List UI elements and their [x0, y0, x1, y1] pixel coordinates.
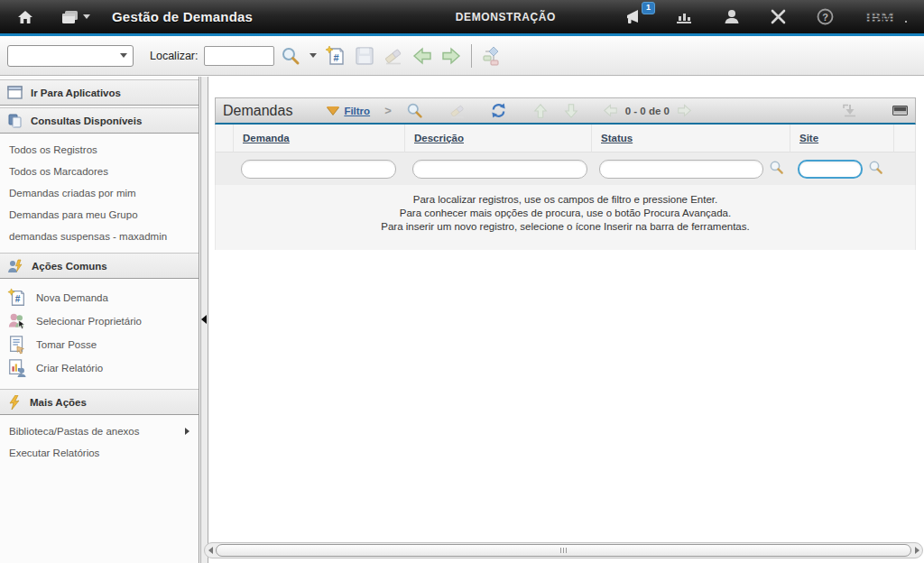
sidebar-header-more-actions[interactable]: Mais Ações — [0, 389, 199, 415]
table-column-headers: Demanda Descrição Status Site — [215, 125, 916, 152]
horizontal-scrollbar[interactable] — [204, 542, 923, 558]
action-run-reports[interactable]: Executar Relatórios — [0, 442, 199, 464]
filter-input-site[interactable] — [798, 160, 863, 179]
svg-text:IBM: IBM — [865, 9, 894, 24]
svg-text:#: # — [333, 51, 338, 62]
bar-chart-icon — [675, 10, 693, 24]
clear-filter-button[interactable] — [448, 103, 467, 119]
table-titlebar: Demandas Filtro > — [215, 97, 916, 125]
column-header-filler — [894, 125, 915, 152]
filter-collapse-icon — [327, 106, 339, 115]
main-toolbar: Localizar: # — [0, 36, 924, 76]
query-item-for-my-group[interactable]: Demandas para meu Grupo — [0, 204, 199, 226]
column-header-site[interactable]: Site — [790, 125, 894, 152]
action-attachment-library[interactable]: Biblioteca/Pastas de anexos — [0, 420, 199, 442]
refresh-button[interactable] — [490, 102, 507, 119]
filter-input-status[interactable] — [599, 160, 763, 179]
sidebar-header-label: Mais Ações — [30, 397, 87, 408]
workflow-button[interactable] — [481, 43, 506, 69]
sidebar-header-label: Ações Comuns — [32, 261, 107, 272]
eraser-icon — [383, 46, 404, 66]
query-item-created-by-me[interactable]: Demandas criadas por mim — [0, 182, 199, 204]
action-create-report[interactable]: Criar Relatório — [0, 356, 199, 380]
status-lookup-button[interactable] — [769, 160, 784, 179]
scroll-right-button[interactable] — [911, 547, 922, 554]
site-lookup-button[interactable] — [868, 160, 883, 179]
action-select-owner[interactable]: Selecionar Proprietário — [0, 309, 199, 333]
sidebar-header-common-actions[interactable]: Ações Comuns — [0, 253, 199, 279]
application-window-icon — [7, 86, 23, 99]
lightning-icon — [7, 395, 22, 410]
column-header-demanda[interactable]: Demanda — [234, 125, 405, 152]
record-select-combobox[interactable] — [7, 45, 134, 67]
hint-line: Para localizar registros, use os campos … — [216, 193, 915, 207]
previous-record-button[interactable] — [410, 43, 435, 69]
help-button[interactable]: ? — [817, 8, 834, 25]
find-input[interactable] — [204, 46, 274, 66]
submenu-arrow-icon — [185, 428, 189, 435]
question-mark-icon: ? — [817, 8, 834, 25]
filter-link[interactable]: Filtro — [344, 106, 370, 116]
demands-table-window: Demandas Filtro > — [215, 97, 916, 250]
profile-button[interactable] — [724, 9, 740, 24]
save-button[interactable] — [352, 43, 377, 69]
next-page-button[interactable] — [677, 104, 692, 117]
scroll-left-button[interactable] — [205, 547, 216, 554]
app-switcher-menu[interactable] — [61, 10, 90, 24]
download-icon — [842, 104, 858, 117]
query-item-suspended-maxadmin[interactable]: demandas suspensas - maxadmin — [0, 226, 199, 247]
action-new-demand[interactable]: # Nova Demanda — [0, 286, 199, 309]
download-button[interactable] — [842, 104, 858, 117]
move-up-button[interactable] — [532, 103, 549, 119]
arrow-right-icon — [441, 47, 461, 65]
empty-table-hints: Para localizar registros, use os campos … — [215, 185, 916, 250]
minimize-window-button[interactable] — [892, 106, 908, 115]
triangle-right-icon — [915, 547, 919, 554]
sidebar-splitter[interactable] — [200, 77, 208, 563]
search-options-dropdown[interactable] — [307, 43, 319, 69]
column-header-descricao[interactable]: Descrição — [405, 125, 592, 152]
app-title: Gestão de Demandas — [112, 9, 253, 24]
table-filter-row — [215, 152, 916, 185]
filter-input-demanda[interactable] — [241, 160, 396, 179]
arrow-left-icon — [412, 47, 432, 65]
sidebar-header-available-queries[interactable]: Consultas Disponíveis — [0, 107, 199, 134]
new-record-button[interactable]: # — [323, 43, 348, 69]
arrow-down-icon — [563, 103, 579, 119]
table-title: Demandas — [223, 103, 292, 119]
reports-button[interactable] — [675, 10, 693, 24]
magnifier-icon — [868, 160, 883, 175]
previous-page-button[interactable] — [603, 104, 618, 117]
workflow-icon — [483, 45, 504, 67]
filter-toggle[interactable]: Filtro — [327, 106, 370, 116]
query-item-all-bookmarks[interactable]: Todos os Marcadores — [0, 161, 199, 182]
scrollbar-thumb[interactable] — [216, 544, 911, 557]
hint-line: Para inserir um novo registro, selecione… — [216, 220, 915, 234]
announcements-button[interactable]: 1 — [624, 9, 644, 25]
expand-filter-icon[interactable]: > — [384, 104, 392, 117]
move-down-button[interactable] — [563, 103, 579, 119]
queries-icon — [7, 114, 23, 128]
stacked-windows-icon — [61, 10, 79, 24]
row-select-column — [216, 125, 234, 152]
chevron-down-icon — [83, 14, 90, 19]
environment-label: DEMONSTRAÇÃO — [456, 11, 556, 23]
collapse-sidebar-icon[interactable] — [201, 315, 207, 324]
create-report-icon — [7, 358, 27, 378]
close-icon — [771, 9, 786, 24]
query-item-all-records[interactable]: Todos os Registros — [0, 139, 199, 161]
filter-input-descricao[interactable] — [412, 160, 587, 179]
new-demand-icon: # — [7, 288, 27, 308]
action-take-ownership[interactable]: Tomar Posse — [0, 333, 199, 356]
next-record-button[interactable] — [439, 43, 464, 69]
logout-button[interactable] — [771, 9, 786, 24]
sidebar-header-go-to-applications[interactable]: Ir Para Aplicativos — [0, 79, 199, 106]
table-search-button[interactable] — [406, 102, 423, 119]
notification-badge: 1 — [642, 2, 655, 14]
column-header-status[interactable]: Status — [592, 125, 790, 152]
magnifier-icon — [769, 160, 784, 175]
search-button[interactable] — [278, 43, 303, 69]
clear-changes-button[interactable] — [381, 43, 406, 69]
home-icon[interactable] — [13, 5, 38, 30]
chevron-down-icon — [310, 53, 317, 58]
